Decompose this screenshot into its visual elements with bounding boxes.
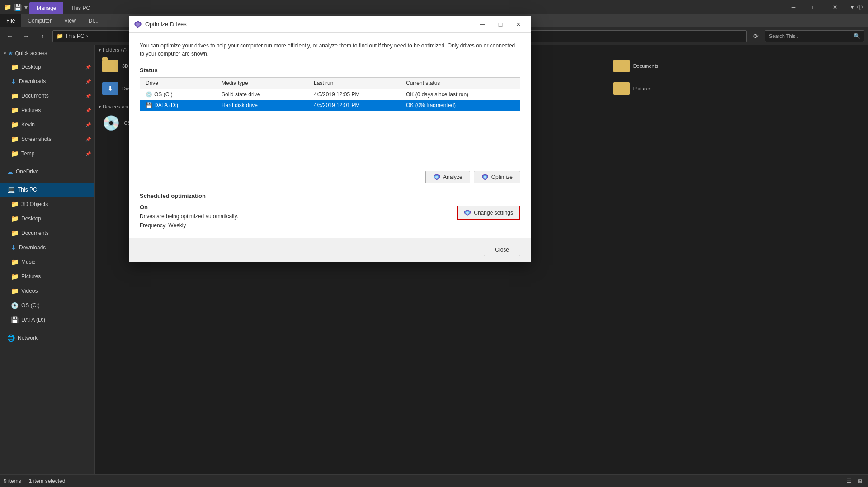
close-dialog-button[interactable]: Close — [484, 244, 520, 256]
drive-c-row-icon: 💿 — [146, 91, 152, 98]
dialog-close-button[interactable]: ✕ — [511, 18, 526, 31]
sidebar-label-downloads-pc: Downloads — [19, 244, 46, 251]
cell-media-c: Solid state drive — [216, 89, 308, 100]
sidebar-label-music: Music — [21, 259, 35, 265]
header-current-status: Current status — [401, 78, 520, 89]
sidebar-item-desktop[interactable]: 📁 Desktop 📌 — [0, 60, 94, 74]
sidebar-item-network[interactable]: 🌐 Network — [0, 331, 94, 345]
sidebar-label-desktop-pc: Desktop — [21, 215, 41, 222]
sidebar-item-downloads[interactable]: ⬇ Downloads 📌 — [0, 74, 94, 89]
sidebar-item-this-pc[interactable]: 💻 This PC — [0, 183, 94, 197]
sidebar-item-kevin[interactable]: 📁 Kevin 📌 — [0, 117, 94, 132]
folder-icon: 📁 — [11, 63, 19, 70]
sidebar-item-screenshots[interactable]: 📁 Screenshots 📌 — [0, 132, 94, 146]
folder-item-pictures[interactable]: Pictures — [610, 78, 864, 99]
ribbon-tab-view[interactable]: View — [58, 14, 82, 27]
sidebar-label-data-d: DATA (D:) — [21, 317, 45, 323]
change-settings-label: Change settings — [474, 210, 513, 216]
refresh-button[interactable]: ⟳ — [750, 31, 761, 42]
sidebar-label-downloads: Downloads — [19, 78, 46, 84]
ribbon-tab-computer[interactable]: Computer — [21, 14, 58, 27]
minimize-button[interactable]: ─ — [783, 0, 804, 14]
sidebar-item-os-c[interactable]: 💿 OS (C:) — [0, 298, 94, 313]
folder-icon-temp: 📁 — [11, 150, 19, 157]
cell-media-d: Hard disk drive — [216, 100, 308, 111]
change-settings-shield-icon — [464, 209, 471, 216]
folder-item-documents[interactable]: Documents — [610, 55, 864, 77]
folder-icon-pictures-pc: 📁 — [11, 273, 19, 280]
sidebar-item-pictures[interactable]: 📁 Pictures 📌 — [0, 103, 94, 117]
sidebar-label-videos: Videos — [21, 288, 38, 294]
sidebar-item-documents[interactable]: 📁 Documents 📌 — [0, 89, 94, 103]
sidebar-item-3d-objects[interactable]: 📁 3D Objects — [0, 197, 94, 211]
status-section-title: Status — [140, 67, 520, 74]
save-icon: 💾 — [14, 4, 22, 11]
sidebar-label-temp: Temp — [21, 150, 34, 157]
devices-chevron-icon: ▾ — [99, 104, 101, 109]
quick-access-chevron-icon: ▾ — [4, 51, 6, 56]
pin-icon-pictures: 📌 — [85, 108, 91, 113]
close-button[interactable]: ✕ — [825, 0, 845, 14]
scheduled-section-title: Scheduled optimization — [140, 192, 520, 199]
table-row-d[interactable]: 💾 DATA (D:) Hard disk drive 4/5/2019 12:… — [140, 100, 520, 111]
downloads-icon: ⬇ — [11, 78, 16, 85]
sidebar-item-music[interactable]: 📁 Music — [0, 255, 94, 269]
tab-this-pc[interactable]: This PC — [63, 2, 97, 14]
dialog-maximize-button[interactable]: □ — [493, 18, 508, 31]
list-view-icon[interactable]: ☰ — [844, 477, 854, 486]
scheduled-info: On Drives are being optimized automatica… — [140, 204, 457, 229]
sidebar-label-pictures-pc: Pictures — [21, 273, 41, 280]
folder-name-documents: Documents — [633, 63, 659, 69]
ribbon-tab-dr[interactable]: Dr... — [82, 14, 105, 27]
sidebar-label-screenshots: Screenshots — [21, 136, 52, 142]
cell-lastrun-c: 4/5/2019 12:05 PM — [308, 89, 401, 100]
folder-name-pictures: Pictures — [633, 86, 651, 91]
sidebar-item-downloads-pc[interactable]: ⬇ Downloads — [0, 240, 94, 255]
address-text: This PC — [65, 33, 85, 39]
change-settings-button[interactable]: Change settings — [457, 206, 520, 220]
sidebar-quick-access-header[interactable]: ▾ ★ Quick access — [0, 47, 94, 60]
notification-chevron-icon[interactable]: ▾ — [851, 4, 854, 10]
sidebar-item-pictures-pc[interactable]: 📁 Pictures — [0, 269, 94, 284]
pin-icon: 📌 — [85, 65, 91, 70]
tab-manage[interactable]: Manage — [29, 2, 63, 14]
sidebar-network-section: 🌐 Network — [0, 329, 94, 347]
dialog-minimize-button[interactable]: ─ — [475, 18, 490, 31]
folder-icon-pictures-content — [613, 82, 630, 95]
cell-drive-c: 💿 OS (C:) — [140, 89, 216, 100]
menu-icon: ▾ — [24, 4, 28, 11]
sidebar-label-documents: Documents — [21, 93, 49, 99]
dialog-shield-icon — [134, 21, 142, 28]
quick-access-label: Quick access — [15, 50, 47, 56]
title-bar-icons: 📁 💾 ▾ — [0, 4, 28, 11]
items-count: 9 items — [4, 478, 21, 484]
sidebar-item-data-d[interactable]: 💾 DATA (D:) — [0, 313, 94, 327]
up-button[interactable]: ↑ — [36, 30, 49, 42]
optimize-button[interactable]: Optimize — [474, 171, 520, 183]
forward-button[interactable]: → — [20, 30, 33, 42]
sidebar-quick-access: ▾ ★ Quick access 📁 Desktop 📌 ⬇ Downloads… — [0, 45, 94, 163]
optimize-shield-icon — [481, 173, 489, 181]
sidebar-item-documents-pc[interactable]: 📁 Documents — [0, 226, 94, 240]
sidebar-item-desktop-pc[interactable]: 📁 Desktop — [0, 211, 94, 226]
back-button[interactable]: ← — [4, 30, 16, 42]
scheduled-frequency: Frequency: Weekly — [140, 222, 457, 229]
ribbon-tab-file[interactable]: File — [0, 14, 21, 27]
pin-icon-downloads: 📌 — [85, 79, 91, 84]
grid-view-icon[interactable]: ⊞ — [855, 477, 864, 486]
folders-count: (7) — [121, 47, 127, 52]
sidebar-item-onedrive[interactable]: ☁ OneDrive — [0, 164, 94, 179]
table-row-c[interactable]: 💿 OS (C:) Solid state drive 4/5/2019 12:… — [140, 89, 520, 100]
analyze-shield-icon — [433, 173, 440, 181]
maximize-button[interactable]: □ — [804, 0, 825, 14]
analyze-button[interactable]: Analyze — [425, 171, 470, 183]
folder-icon-kevin: 📁 — [11, 121, 19, 128]
sidebar-item-videos[interactable]: 📁 Videos — [0, 284, 94, 298]
header-media-type: Media type — [216, 78, 308, 89]
network-icon: 🌐 — [7, 334, 15, 342]
cell-status-c: OK (0 days since last run) — [401, 89, 520, 100]
cell-status-d: OK (0% fragmented) — [401, 100, 520, 111]
sidebar-item-temp[interactable]: 📁 Temp 📌 — [0, 146, 94, 161]
sidebar-this-pc-section: 💻 This PC 📁 3D Objects 📁 Desktop 📁 Docum… — [0, 181, 94, 329]
search-box[interactable]: Search This . 🔍 — [765, 30, 864, 42]
